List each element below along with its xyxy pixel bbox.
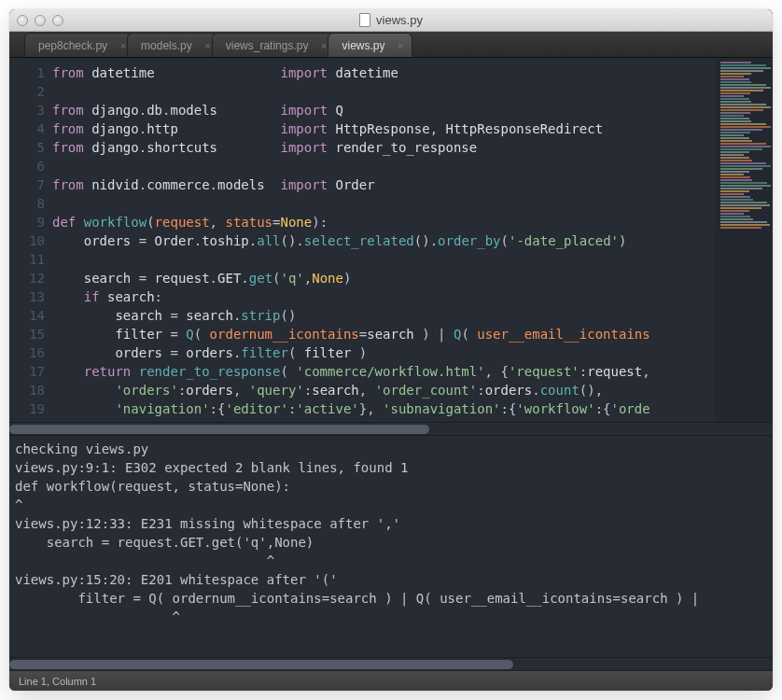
console-line: views.py:15:20: E201 whitespace after '(…	[15, 570, 767, 589]
minimize-window-button[interactable]	[35, 15, 46, 26]
code-line[interactable]: from datetime import datetime	[52, 63, 715, 82]
line-number: 12	[9, 269, 45, 287]
code-line[interactable]: search = request.GET.get('q',None)	[52, 269, 715, 287]
minimap-line	[720, 204, 770, 206]
minimap-line	[720, 188, 762, 189]
code-line[interactable]: from nidvid.commerce.models import Order	[52, 175, 715, 194]
tab-label: views_ratings.py	[226, 39, 309, 52]
line-number: 10	[9, 231, 45, 250]
editor-hscroll-thumb[interactable]	[9, 425, 429, 434]
code-line[interactable]	[52, 194, 715, 213]
minimap-line	[720, 120, 751, 122]
minimap-line	[720, 216, 750, 217]
minimap-line	[720, 185, 771, 187]
console-line: checking views.py	[15, 440, 767, 458]
code-line[interactable]: search = search.strip()	[52, 306, 715, 325]
minimap-line	[720, 140, 752, 142]
editor-window: views.py pep8check.py×models.py×views_ra…	[9, 9, 773, 691]
minimap[interactable]	[715, 58, 773, 422]
minimap-line	[720, 196, 750, 198]
tab-close-icon[interactable]: ×	[321, 40, 327, 51]
line-number: 6	[9, 157, 45, 175]
minimap-line	[720, 70, 763, 72]
editor-pane[interactable]: 1234567891011121314151617181920 from dat…	[9, 58, 773, 422]
console-line: def workflow(request, status=None):	[15, 477, 767, 496]
console-hscroll-thumb[interactable]	[9, 660, 513, 669]
line-number: 7	[9, 175, 45, 194]
minimap-line	[720, 67, 771, 69]
code-line[interactable]: from django.db.models import Q	[52, 101, 715, 119]
tab-close-icon[interactable]: ×	[204, 40, 210, 51]
statusbar: Line 1, Column 1	[9, 670, 773, 691]
line-number: 17	[9, 362, 45, 381]
minimap-line	[720, 227, 761, 229]
minimap-line	[720, 134, 744, 136]
code-line[interactable]: filter = Q( ordernum__icontains=search )…	[52, 325, 715, 343]
tab-pep8check-py[interactable]: pep8check.py×	[24, 33, 134, 57]
line-number: 4	[9, 119, 45, 138]
minimap-line	[720, 221, 767, 223]
traffic-lights	[17, 15, 63, 26]
tab-views_ratings-py[interactable]: views_ratings.py×	[212, 33, 336, 57]
editor-hscroll[interactable]	[9, 422, 773, 435]
line-gutter: 1234567891011121314151617181920	[9, 58, 52, 422]
console-line: filter = Q( ordernum__icontains=search )…	[15, 589, 767, 608]
code-line[interactable]: 'orders':orders, 'query':search, 'order_…	[52, 381, 715, 399]
tab-close-icon[interactable]: ×	[398, 40, 403, 51]
line-number: 19	[9, 399, 45, 418]
close-window-button[interactable]	[17, 15, 28, 26]
minimap-line	[720, 148, 762, 150]
code-line[interactable]: from django.http import HttpResponse, Ht…	[52, 119, 715, 138]
minimap-line	[720, 190, 749, 192]
minimap-line	[720, 146, 771, 147]
minimap-line	[720, 202, 767, 203]
console-line: views.py:12:33: E231 missing whitespace …	[15, 514, 767, 533]
minimap-line	[720, 162, 766, 164]
code-line[interactable]: 'navigation':{'editor':'active'}, 'subna…	[52, 399, 715, 418]
minimap-line	[720, 64, 766, 66]
minimap-line	[720, 157, 749, 159]
titlebar: views.py	[9, 9, 773, 32]
tab-label: models.py	[141, 39, 192, 52]
minimap-line	[720, 126, 771, 128]
minimap-line	[720, 118, 749, 119]
console-line: ^	[15, 552, 767, 570]
minimap-line	[720, 109, 763, 111]
code-line[interactable]: from django.shortcuts import render_to_r…	[52, 138, 715, 157]
title-area: views.py	[9, 13, 773, 27]
line-number: 3	[9, 101, 45, 119]
tab-close-icon[interactable]: ×	[120, 40, 126, 51]
code-area[interactable]: from datetime import datetime from djang…	[52, 58, 715, 422]
console-line: ^	[15, 496, 767, 514]
code-line[interactable]: def workflow(request, status=None):	[52, 213, 715, 231]
line-number: 13	[9, 287, 45, 306]
minimap-line	[720, 154, 744, 156]
code-line[interactable]: orders = orders.filter( filter )	[52, 343, 715, 362]
minimap-line	[720, 81, 751, 83]
zoom-window-button[interactable]	[52, 15, 63, 26]
minimap-line	[720, 129, 762, 131]
line-number: 1	[9, 63, 45, 82]
code-line[interactable]: orders = Order.toship.all().select_relat…	[52, 231, 715, 250]
code-line[interactable]	[52, 157, 715, 175]
console-pane[interactable]: checking views.pyviews.py:9:1: E302 expe…	[9, 435, 773, 657]
minimap-line	[720, 92, 750, 94]
code-line[interactable]: return render_to_response( 'commerce/wor…	[52, 362, 715, 381]
minimap-line	[720, 84, 766, 86]
minimap-line	[720, 104, 766, 105]
console-hscroll[interactable]	[9, 657, 773, 670]
minimap-line	[720, 168, 762, 170]
minimap-line	[720, 106, 771, 108]
line-number: 9	[9, 213, 45, 231]
tab-models-py[interactable]: models.py×	[127, 33, 219, 57]
code-line[interactable]	[52, 250, 715, 269]
minimap-line	[720, 174, 744, 175]
tab-views-py[interactable]: views.py×	[328, 33, 412, 57]
minimap-line	[720, 179, 752, 181]
minimap-line	[720, 171, 749, 173]
code-line[interactable]: if search:	[52, 287, 715, 306]
line-number: 2	[9, 82, 45, 101]
minimap-line	[720, 90, 763, 91]
minimap-line	[720, 182, 767, 184]
code-line[interactable]	[52, 82, 715, 101]
